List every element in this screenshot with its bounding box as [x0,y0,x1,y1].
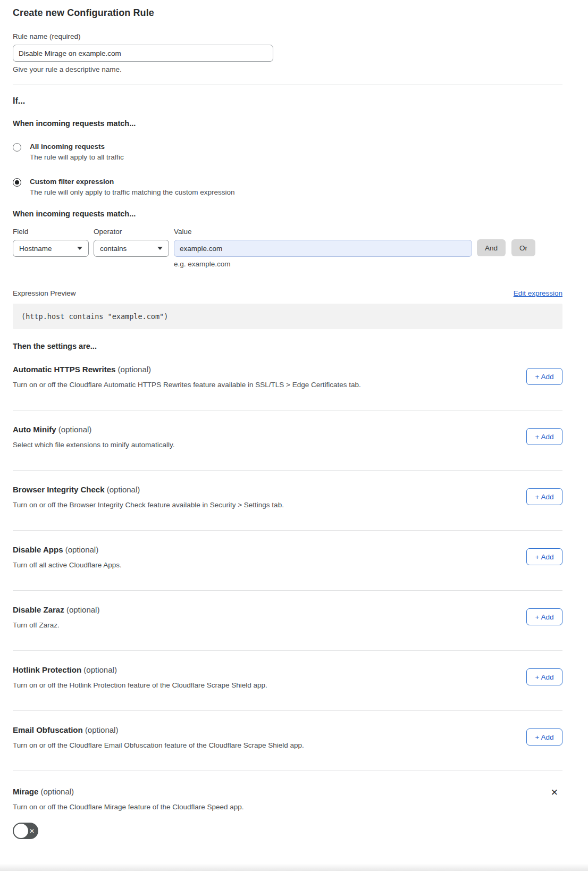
setting-row: Disable Apps (optional) Turn off all act… [13,531,562,575]
setting-title: Hotlink Protection [13,665,81,674]
operator-label: Operator [94,228,169,236]
optional-label: (optional) [107,485,140,494]
setting-title: Disable Apps [13,545,63,554]
setting-title: Mirage [13,787,38,796]
setting-row: Browser Integrity Check (optional) Turn … [13,471,562,515]
match-heading: When incoming requests match... [13,119,562,128]
value-help: e.g. example.com [174,260,472,268]
mirage-toggle[interactable]: ✕ [13,823,38,839]
setting-description: Turn on or off the Cloudflare Mirage fea… [13,803,244,811]
add-button[interactable]: + Add [526,428,562,445]
toggle-knob [14,824,28,838]
operator-select[interactable]: contains [94,240,169,257]
setting-description: Turn off Zaraz. [13,621,99,629]
setting-description: Turn off all active Cloudflare Apps. [13,561,122,569]
settings-heading: Then the settings are... [13,342,562,350]
or-button[interactable]: Or [511,239,535,256]
radio-description: The rule will apply to all traffic [30,153,124,161]
add-button[interactable]: + Add [526,488,562,505]
setting-row: Disable Zaraz (optional) Turn off Zaraz.… [13,591,562,635]
page-title: Create new Configuration Rule [13,7,562,19]
radio-icon[interactable] [13,178,21,187]
if-heading: If... [13,96,562,106]
optional-label: (optional) [85,725,119,734]
setting-row: Email Obfuscation (optional) Turn on or … [13,711,562,756]
setting-description: Turn on or off the Cloudflare Automatic … [13,381,361,389]
section-divider [13,85,562,85]
setting-description: Turn on or off the Hotlink Protection fe… [13,681,267,689]
setting-row: Auto Minify (optional) Select which file… [13,411,562,455]
optional-label: (optional) [58,425,92,434]
setting-title: Automatic HTTPS Rewrites [13,365,115,374]
add-button[interactable]: + Add [526,728,562,746]
expression-preview-label: Expression Preview [13,289,76,297]
add-button[interactable]: + Add [526,668,562,685]
setting-description: Turn on or off the Cloudflare Email Obfu… [13,741,304,749]
add-button[interactable]: + Add [526,608,562,625]
rule-name-input[interactable] [13,45,273,62]
setting-row: Automatic HTTPS Rewrites (optional) Turn… [13,350,562,395]
expression-preview-header: Expression Preview Edit expression [13,289,562,297]
add-button[interactable]: + Add [526,548,562,565]
expression-builder-heading: When incoming requests match... [13,210,562,218]
value-input[interactable] [174,240,472,257]
chevron-down-icon [157,247,163,250]
optional-label: (optional) [41,787,74,796]
operator-select-value: contains [100,245,127,253]
radio-custom-filter-expression[interactable]: Custom filter expression The rule will o… [13,178,562,196]
setting-description: Turn on or off the Browser Integrity Che… [13,501,284,509]
and-button[interactable]: And [477,239,506,256]
radio-label: All incoming requests [30,143,124,150]
toggle-off-x-icon: ✕ [29,828,35,834]
field-label: Field [13,228,89,236]
setting-title: Browser Integrity Check [13,485,105,494]
optional-label: (optional) [83,665,117,674]
rule-name-help: Give your rule a descriptive name. [13,65,562,73]
radio-all-incoming-requests[interactable]: All incoming requests The rule will appl… [13,143,562,161]
radio-description: The rule will only apply to traffic matc… [30,188,234,196]
request-match-radio-group: All incoming requests The rule will appl… [13,143,562,196]
rule-name-field: Rule name (required) Give your rule a de… [13,32,562,73]
optional-label: (optional) [118,365,152,374]
value-label: Value [174,228,472,236]
edit-expression-link[interactable]: Edit expression [514,289,562,297]
setting-row: Hotlink Protection (optional) Turn on or… [13,651,562,696]
field-select[interactable]: Hostname [13,240,89,257]
optional-label: (optional) [66,605,100,614]
setting-title: Email Obfuscation [13,725,83,734]
radio-label: Custom filter expression [30,178,234,186]
optional-label: (optional) [65,545,99,554]
setting-description: Select which file extensions to minify a… [13,441,174,449]
radio-icon[interactable] [13,143,21,152]
add-button[interactable]: + Add [526,368,562,385]
rule-name-label: Rule name (required) [13,32,562,40]
setting-row-mirage: Mirage (optional) Turn on or off the Clo… [13,771,562,839]
expression-code: (http.host contains "example.com") [21,312,168,321]
chevron-down-icon [77,247,82,250]
expression-builder-row: Field Hostname Operator contains Value e… [13,228,562,268]
settings-list: Automatic HTTPS Rewrites (optional) Turn… [13,350,562,771]
setting-title: Disable Zaraz [13,605,64,614]
close-icon[interactable]: ✕ [551,788,558,797]
expression-preview-box: (http.host contains "example.com") [13,304,562,329]
setting-title: Auto Minify [13,425,56,434]
field-select-value: Hostname [19,245,52,253]
bottom-shadow [0,864,588,871]
create-configuration-rule-page: Create new Configuration Rule Rule name … [0,0,588,839]
